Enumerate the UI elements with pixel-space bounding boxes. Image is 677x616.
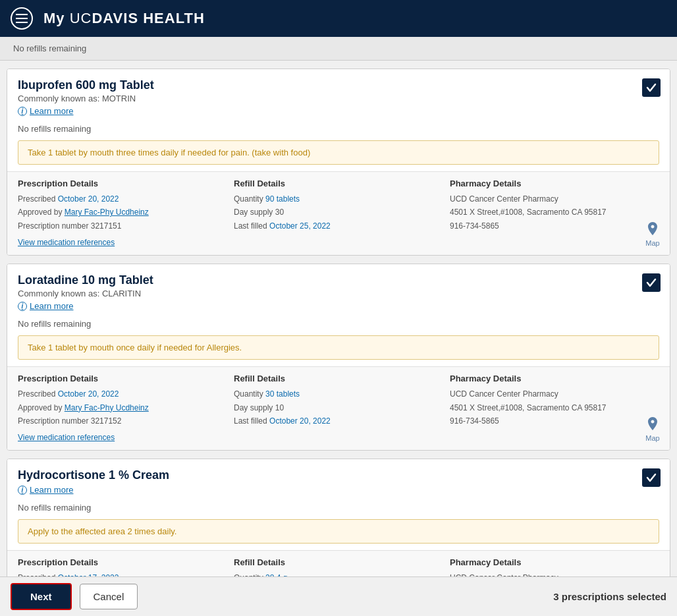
ibuprofen-no-refills: No refills remaining bbox=[7, 121, 670, 140]
loratadine-checkbox[interactable] bbox=[642, 273, 661, 292]
info-icon: i bbox=[18, 486, 27, 495]
ibuprofen-checkbox[interactable] bbox=[642, 78, 661, 97]
hydrocortisone-title: Hydrocortisone 1 % Cream bbox=[18, 468, 637, 482]
loratadine-instructions: Take 1 tablet by mouth once daily if nee… bbox=[18, 335, 659, 360]
map-pin-icon bbox=[645, 221, 661, 238]
info-icon: i bbox=[18, 107, 27, 116]
next-button[interactable]: Next bbox=[11, 583, 72, 610]
ibuprofen-map-button[interactable]: Map bbox=[645, 221, 661, 247]
main-content: Ibuprofen 600 mg Tablet Commonly known a… bbox=[0, 69, 677, 616]
ibuprofen-pharmacy-col: Pharmacy Details UCD Cancer Center Pharm… bbox=[450, 179, 659, 247]
loratadine-approved-by-link[interactable]: Mary Fac-Phy Ucdheinz bbox=[65, 403, 149, 412]
ibuprofen-details: Prescription Details Prescribed October … bbox=[7, 171, 670, 255]
loratadine-map-button[interactable]: Map bbox=[645, 416, 661, 442]
ibuprofen-instructions: Take 1 tablet by mouth three times daily… bbox=[18, 140, 659, 165]
app-header: My UCDAVIS HEALTH bbox=[0, 0, 677, 37]
hydrocortisone-instructions: Apply to the affected area 2 times daily… bbox=[18, 519, 659, 544]
loratadine-prescription-col: Prescription Details Prescribed October … bbox=[18, 374, 227, 442]
loratadine-learn-more[interactable]: i Learn more bbox=[18, 301, 637, 311]
prescriptions-selected-count: 3 prescriptions selected bbox=[553, 591, 666, 602]
ibuprofen-header: Ibuprofen 600 mg Tablet Commonly known a… bbox=[7, 69, 670, 121]
loratadine-no-refills: No refills remaining bbox=[7, 316, 670, 335]
ibuprofen-subtitle: Commonly known as: MOTRIN bbox=[18, 94, 637, 103]
cancel-button[interactable]: Cancel bbox=[80, 584, 138, 609]
loratadine-subtitle: Commonly known as: CLARITIN bbox=[18, 289, 637, 298]
ibuprofen-refill-col: Refill Details Quantity 90 tablets Day s… bbox=[234, 179, 443, 247]
ibuprofen-view-refs-link[interactable]: View medication references bbox=[18, 238, 115, 247]
loratadine-refill-col: Refill Details Quantity 30 tablets Day s… bbox=[234, 374, 443, 442]
medication-card-ibuprofen: Ibuprofen 600 mg Tablet Commonly known a… bbox=[7, 69, 670, 256]
hydrocortisone-no-refills: No refills remaining bbox=[7, 500, 670, 519]
map-pin-icon bbox=[645, 416, 661, 433]
loratadine-pharmacy-col: Pharmacy Details UCD Cancer Center Pharm… bbox=[450, 374, 659, 442]
menu-button[interactable] bbox=[11, 7, 33, 30]
hydrocortisone-header: Hydrocortisone 1 % Cream i Learn more bbox=[7, 459, 670, 500]
ibuprofen-title: Ibuprofen 600 mg Tablet bbox=[18, 78, 637, 92]
no-refills-top-banner: No refills remaining bbox=[0, 37, 677, 61]
ibuprofen-approved-by-link[interactable]: Mary Fac-Phy Ucdheinz bbox=[65, 208, 149, 217]
loratadine-view-refs-link[interactable]: View medication references bbox=[18, 433, 115, 442]
hydrocortisone-checkbox[interactable] bbox=[642, 468, 661, 487]
medication-card-loratadine: Loratadine 10 mg Tablet Commonly known a… bbox=[7, 264, 670, 451]
loratadine-title: Loratadine 10 mg Tablet bbox=[18, 273, 637, 287]
loratadine-details: Prescription Details Prescribed October … bbox=[7, 366, 670, 450]
ibuprofen-prescription-col: Prescription Details Prescribed October … bbox=[18, 179, 227, 247]
hydrocortisone-learn-more[interactable]: i Learn more bbox=[18, 485, 637, 495]
info-icon: i bbox=[18, 302, 27, 311]
loratadine-header: Loratadine 10 mg Tablet Commonly known a… bbox=[7, 264, 670, 316]
app-title: My UCDAVIS HEALTH bbox=[43, 10, 205, 27]
bottom-action-bar: Next Cancel 3 prescriptions selected bbox=[0, 576, 677, 616]
ibuprofen-learn-more[interactable]: i Learn more bbox=[18, 106, 637, 116]
